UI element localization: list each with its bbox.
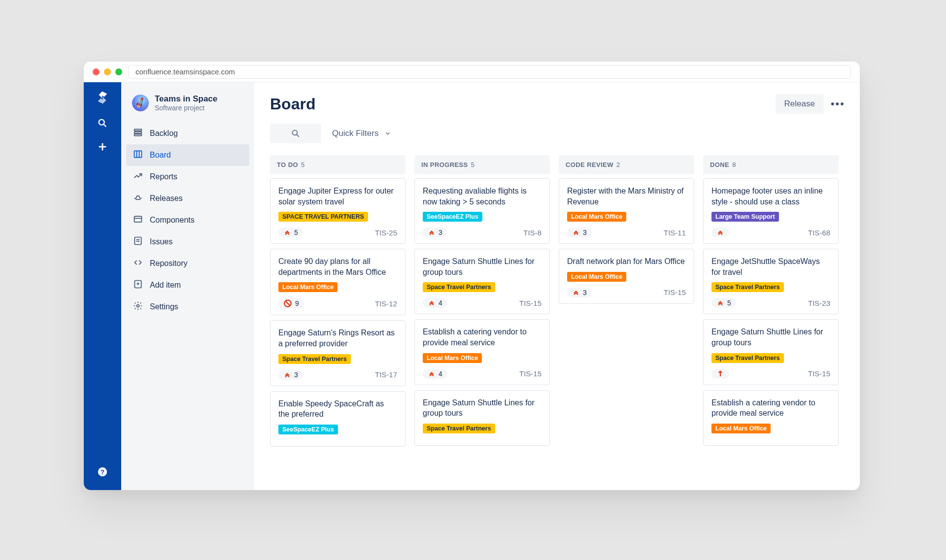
reports-icon: [133, 171, 143, 183]
card[interactable]: Engage Saturn Shuttle Lines for group to…: [414, 390, 550, 446]
card[interactable]: Register with the Mars Ministry of Reven…: [559, 178, 694, 244]
priority-highest-icon: [283, 229, 291, 236]
search-icon[interactable]: [97, 118, 108, 131]
epic-tag: Local Mars Office: [567, 272, 626, 282]
column: TO DO 5 Engage Jupiter Express for outer…: [270, 155, 405, 490]
sidebar-item-add-item[interactable]: Add item: [126, 274, 249, 296]
url-bar[interactable]: confluence.teamsinspace.com: [128, 65, 851, 79]
column-header: DONE 8: [703, 155, 839, 174]
priority-highest-icon: [572, 229, 580, 236]
priority-highest-icon: [572, 289, 580, 296]
svg-point-0: [99, 120, 104, 125]
card-points: 9: [295, 299, 299, 307]
card-title: Engage Saturn Shuttle Lines for group to…: [711, 327, 830, 348]
card-meta: TIS-15: [711, 369, 830, 379]
priority-medium-icon: [716, 370, 724, 378]
column: CODE REVIEW 2 Register with the Mars Min…: [559, 155, 694, 490]
card[interactable]: Create 90 day plans for all departments …: [270, 249, 405, 315]
project-sidebar: Teams in Space Software project BacklogB…: [121, 82, 254, 490]
sidebar-item-reports[interactable]: Reports: [126, 166, 249, 188]
components-icon: [133, 214, 143, 226]
epic-tag: Local Mars Office: [567, 212, 626, 222]
project-type: Software project: [155, 104, 217, 112]
card-list: Register with the Mars Ministry of Reven…: [559, 178, 694, 304]
card-points: 3: [583, 229, 587, 236]
project-avatar-icon: [132, 95, 149, 111]
chevron-down-icon: [384, 130, 391, 137]
card-title: Engage JetShuttle SpaceWays for travel: [711, 256, 830, 277]
epic-tag: Space Travel Partners: [423, 282, 495, 292]
column-count: 8: [732, 161, 736, 168]
card-title: Establish a catering vendor to provide m…: [711, 397, 830, 419]
card-title: Establish a catering vendor to provide m…: [423, 327, 541, 348]
plus-icon[interactable]: [97, 141, 108, 154]
svg-point-21: [137, 305, 139, 307]
column-header: CODE REVIEW 2: [559, 155, 694, 174]
card[interactable]: Engage Saturn Shuttle Lines for group to…: [703, 319, 839, 385]
priority-pill: 3: [567, 228, 592, 237]
priority-pill: 4: [423, 298, 447, 308]
card-title: Enable Speedy SpaceCraft as the preferre…: [278, 398, 397, 420]
column: DONE 8 Homepage footer uses an inline st…: [703, 155, 839, 490]
sidebar-item-settings[interactable]: Settings: [126, 296, 249, 318]
card[interactable]: Engage JetShuttle SpaceWays for travel S…: [703, 249, 839, 314]
global-rail: ?: [84, 82, 121, 490]
project-header[interactable]: Teams in Space Software project: [121, 94, 254, 121]
card[interactable]: Requesting avaliable flights is now taki…: [414, 178, 550, 244]
issue-key: TIS-15: [664, 288, 686, 296]
card[interactable]: Establish a catering vendor to provide m…: [703, 390, 839, 446]
card-list: Homepage footer uses an inline style - s…: [703, 178, 839, 446]
card[interactable]: Homepage footer uses an inline style - s…: [703, 178, 839, 244]
sidebar-item-repository[interactable]: Repository: [126, 253, 249, 274]
epic-tag: Local Mars Office: [278, 282, 338, 292]
quick-filters-dropdown[interactable]: Quick Filters: [332, 129, 391, 138]
add-icon: [133, 279, 143, 291]
sidebar-item-releases[interactable]: Releases: [126, 188, 249, 209]
close-window-icon[interactable]: [93, 68, 100, 75]
sidebar-item-issues[interactable]: Issues: [126, 231, 249, 253]
card[interactable]: Engage Saturn's Rings Resort as a prefer…: [270, 320, 405, 386]
card-title: Engage Saturn's Rings Resort as a prefer…: [278, 328, 397, 349]
priority-blocker-icon: [283, 299, 292, 308]
card-list: Requesting avaliable flights is now taki…: [414, 178, 550, 446]
card[interactable]: Engage Jupiter Express for outer solar s…: [270, 178, 405, 244]
jira-logo-icon[interactable]: [95, 90, 110, 107]
card-points: 3: [583, 289, 587, 296]
more-menu-icon[interactable]: •••: [831, 98, 845, 110]
card-meta: 3 TIS-15: [567, 288, 686, 297]
epic-tag: Space Travel Partners: [423, 424, 495, 433]
page-header: Board Release •••: [270, 94, 845, 114]
card-meta: 3 TIS-8: [423, 228, 541, 237]
epic-tag: SPACE TRAVEL PARTNERS: [278, 212, 368, 222]
card-meta: 5 TIS-23: [711, 298, 830, 308]
sidebar-item-board[interactable]: Board: [126, 144, 249, 166]
card-points: 3: [294, 371, 298, 379]
card-title: Requesting avaliable flights is now taki…: [423, 186, 541, 207]
issue-key: TIS-11: [664, 229, 686, 237]
card[interactable]: Enable Speedy SpaceCraft as the preferre…: [270, 391, 405, 447]
browser-window: confluence.teamsinspace.com ? Teams in S…: [84, 62, 860, 490]
priority-highest-icon: [716, 229, 724, 236]
maximize-window-icon[interactable]: [115, 68, 122, 75]
card[interactable]: Draft network plan for Mars Office Local…: [559, 249, 694, 304]
release-button[interactable]: Release: [776, 94, 824, 114]
minimize-window-icon[interactable]: [104, 68, 111, 75]
card-points: 4: [439, 370, 442, 378]
sidebar-item-backlog[interactable]: Backlog: [126, 123, 249, 144]
sidebar-item-components[interactable]: Components: [126, 209, 249, 231]
help-icon[interactable]: ?: [97, 466, 108, 479]
sidebar-item-label: Releases: [150, 194, 183, 203]
card[interactable]: Engage Saturn Shuttle Lines for group to…: [414, 249, 550, 314]
backlog-icon: [133, 128, 143, 139]
card[interactable]: Establish a catering vendor to provide m…: [414, 319, 550, 385]
issue-key: TIS-15: [519, 299, 541, 307]
svg-text:?: ?: [101, 468, 104, 476]
priority-pill: 3: [423, 228, 447, 237]
priority-highest-icon: [716, 299, 724, 307]
page-title: Board: [270, 95, 315, 113]
card-title: Engage Saturn Shuttle Lines for group to…: [423, 256, 541, 277]
sidebar-item-label: Board: [150, 151, 171, 160]
card-meta: 4 TIS-15: [423, 369, 541, 379]
column-header: IN PROGRESS 5: [414, 155, 550, 174]
search-input[interactable]: [270, 124, 321, 143]
